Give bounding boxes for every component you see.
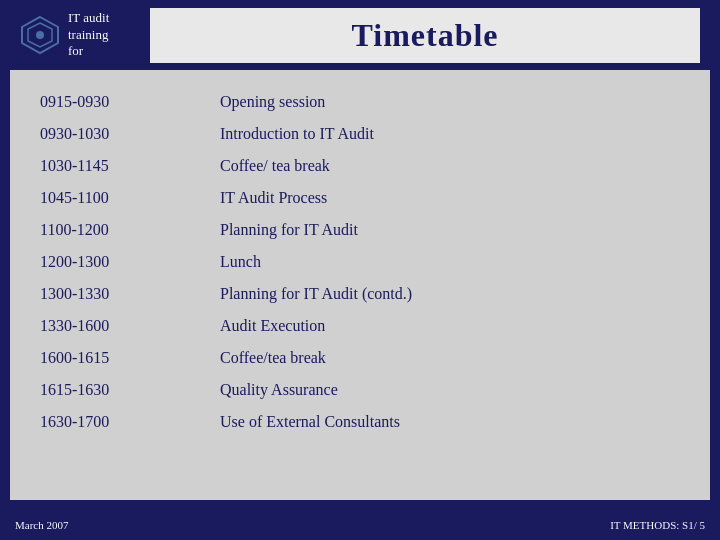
session-item: Planning for IT Audit (contd.) <box>220 282 680 306</box>
time-item: 0915-0930 <box>40 90 200 114</box>
session-item: Quality Assurance <box>220 378 680 402</box>
session-item: Lunch <box>220 250 680 274</box>
time-item: 1615-1630 <box>40 378 200 402</box>
session-item: Introduction to IT Audit <box>220 122 680 146</box>
footer: March 2007 IT METHODS: S1/ 5 <box>0 510 720 540</box>
session-item: Audit Execution <box>220 314 680 338</box>
time-item: 1630-1700 <box>40 410 200 434</box>
logo-text: IT audit training for <box>68 10 109 61</box>
time-item: 1030-1145 <box>40 154 200 178</box>
time-item: 0930-1030 <box>40 122 200 146</box>
page-title: Timetable <box>351 17 498 54</box>
times-column: 0915-09300930-10301030-11451045-11001100… <box>40 90 200 490</box>
sessions-column: Opening sessionIntroduction to IT AuditC… <box>200 90 680 490</box>
time-item: 1330-1600 <box>40 314 200 338</box>
svg-point-2 <box>36 31 44 39</box>
session-item: Planning for IT Audit <box>220 218 680 242</box>
header: IT audit training for Timetable <box>0 0 720 70</box>
session-item: Coffee/ tea break <box>220 154 680 178</box>
time-item: 1300-1330 <box>40 282 200 306</box>
session-item: IT Audit Process <box>220 186 680 210</box>
content-area: 0915-09300930-10301030-11451045-11001100… <box>10 70 710 500</box>
time-item: 1600-1615 <box>40 346 200 370</box>
footer-date: March 2007 <box>15 519 68 531</box>
session-item: Coffee/tea break <box>220 346 680 370</box>
time-item: 1200-1300 <box>40 250 200 274</box>
time-item: 1100-1200 <box>40 218 200 242</box>
time-item: 1045-1100 <box>40 186 200 210</box>
logo-icon <box>20 15 60 55</box>
footer-slide-info: IT METHODS: S1/ 5 <box>610 519 705 531</box>
session-item: Use of External Consultants <box>220 410 680 434</box>
logo-area: IT audit training for <box>20 10 140 61</box>
header-title-box: Timetable <box>150 8 700 63</box>
session-item: Opening session <box>220 90 680 114</box>
